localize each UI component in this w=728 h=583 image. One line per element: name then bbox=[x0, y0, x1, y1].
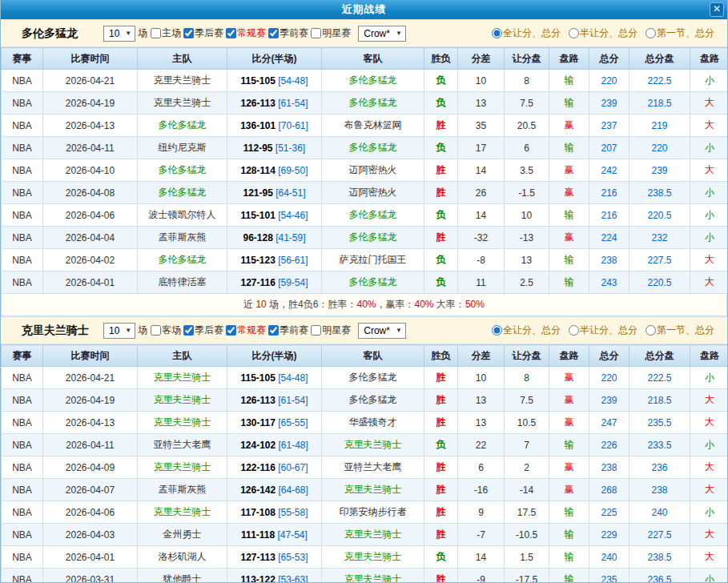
league-cell: NBA bbox=[2, 70, 43, 92]
game-row: NBA2026-04-06克里夫兰骑士117-108 [55-58]印第安纳步行… bbox=[2, 501, 728, 524]
radio-input[interactable] bbox=[492, 28, 502, 38]
odds-type-radios: 全让分、总分半让分、总分第一节、总分 bbox=[484, 324, 719, 337]
total-line-cell: 236 bbox=[629, 456, 690, 479]
radio-input[interactable] bbox=[646, 325, 656, 336]
score-cell: 115-123 [56-61] bbox=[227, 249, 322, 271]
away-team-cell: 布鲁克林篮网 bbox=[322, 115, 424, 137]
date-cell: 2026-04-07 bbox=[43, 479, 138, 501]
checkbox-input[interactable] bbox=[183, 28, 194, 38]
checkbox-label: 客场 bbox=[162, 324, 181, 337]
filter-checkbox[interactable]: 季后赛 bbox=[183, 324, 223, 337]
column-header: 盘路 bbox=[549, 48, 589, 70]
handicap-cell: 10.5 bbox=[505, 412, 549, 434]
checkbox-input[interactable] bbox=[268, 28, 279, 38]
date-cell: 2026-04-09 bbox=[43, 456, 138, 479]
home-team-cell: 亚特兰大老鹰 bbox=[138, 434, 227, 456]
score-cell: 115-105 [54-48] bbox=[227, 70, 322, 92]
handicap-cell: -1.5 bbox=[505, 182, 549, 204]
team-section-cavaliers: 克里夫兰骑士 10 ▼ 场 客场季后赛常规赛季前赛明星赛 Crow* ▼ 全让分… bbox=[1, 316, 727, 583]
checkbox-input[interactable] bbox=[226, 325, 236, 336]
checkbox-input[interactable] bbox=[311, 325, 321, 336]
company-select[interactable]: Crow* ▼ bbox=[358, 323, 406, 339]
handicap-cell: -10.5 bbox=[505, 524, 549, 546]
ou-cell: 小 bbox=[690, 182, 728, 204]
filter-checkbox[interactable]: 季前赛 bbox=[268, 324, 308, 337]
total-cell: 239 bbox=[589, 92, 629, 115]
total-cell: 240 bbox=[589, 546, 629, 569]
diff-cell: 13 bbox=[458, 412, 505, 434]
radio-input[interactable] bbox=[492, 325, 502, 336]
result-cell: 负 bbox=[424, 546, 458, 569]
result-cell: 胜 bbox=[424, 412, 458, 434]
score-cell: 113-122 [53-63] bbox=[227, 569, 322, 583]
odds-type-radio[interactable]: 第一节、总分 bbox=[646, 324, 714, 337]
ou-cell: 大 bbox=[690, 524, 728, 546]
total-line-cell: 220.5 bbox=[629, 271, 690, 294]
result-cell: 胜 bbox=[424, 115, 458, 137]
diff-cell: -7 bbox=[458, 524, 505, 546]
column-header: 总分 bbox=[589, 48, 629, 70]
filter-checkbox[interactable]: 明星赛 bbox=[311, 324, 351, 337]
filter-checkbox[interactable]: 季前赛 bbox=[268, 26, 308, 40]
filter-checkbox[interactable]: 常规赛 bbox=[226, 324, 266, 337]
odds-type-radio[interactable]: 半让分、总分 bbox=[569, 324, 638, 337]
away-team-cell: 克里夫兰骑士 bbox=[322, 569, 424, 583]
column-header: 主队 bbox=[138, 345, 227, 367]
handicap-cell: 3.5 bbox=[505, 159, 549, 182]
summary-row: 近 10 场，胜4负6：胜率：40%，赢率：40% 大率：50% bbox=[1, 294, 727, 316]
filter-checkbox[interactable]: 季后赛 bbox=[183, 26, 223, 40]
close-button[interactable]: ✕ bbox=[710, 2, 724, 17]
filter-checkbox[interactable]: 主场 bbox=[151, 26, 181, 40]
filter-checkbox[interactable]: 常规赛 bbox=[226, 26, 266, 40]
ou-cell: 小 bbox=[690, 569, 728, 583]
home-team-cell: 多伦多猛龙 bbox=[138, 159, 227, 182]
chevron-down-icon: ▼ bbox=[125, 327, 131, 334]
total-cell: 237 bbox=[589, 115, 629, 137]
select-value: Crow* bbox=[364, 28, 390, 39]
games-table-body: NBA2026-04-21克里夫兰骑士115-105 [54-48]多伦多猛龙负… bbox=[2, 70, 728, 294]
league-cell: NBA bbox=[2, 479, 43, 501]
handicap-result-cell: 赢 bbox=[549, 367, 589, 389]
handicap-cell: 6 bbox=[505, 137, 549, 159]
odds-type-radio[interactable]: 全让分、总分 bbox=[492, 324, 561, 337]
radio-label: 全让分、总分 bbox=[503, 26, 561, 40]
total-line-cell: 238 bbox=[629, 479, 690, 501]
radio-input[interactable] bbox=[646, 28, 656, 38]
handicap-cell: 7.5 bbox=[505, 92, 549, 115]
ou-cell: 大 bbox=[690, 115, 728, 137]
games-count-select[interactable]: 10 ▼ bbox=[103, 323, 135, 339]
checkbox-input[interactable] bbox=[268, 325, 279, 336]
handicap-cell: 8 bbox=[505, 367, 549, 389]
filter-checkbox[interactable]: 明星赛 bbox=[311, 26, 351, 40]
diff-cell: -9 bbox=[458, 569, 505, 583]
total-cell: 238 bbox=[589, 456, 629, 479]
odds-type-radio[interactable]: 半让分、总分 bbox=[569, 26, 638, 40]
home-team-cell: 克里夫兰骑士 bbox=[138, 70, 227, 92]
home-team-cell: 多伦多猛龙 bbox=[138, 115, 227, 137]
column-header: 总分盘 bbox=[629, 345, 690, 367]
section-header: 克里夫兰骑士 10 ▼ 场 客场季后赛常规赛季前赛明星赛 Crow* ▼ 全让分… bbox=[1, 316, 727, 344]
radio-input[interactable] bbox=[569, 28, 579, 38]
home-team-cell: 洛杉矶湖人 bbox=[138, 546, 227, 569]
odds-type-radio[interactable]: 第一节、总分 bbox=[646, 26, 714, 40]
result-cell: 负 bbox=[424, 70, 458, 92]
games-count-select[interactable]: 10 ▼ bbox=[103, 26, 135, 42]
date-cell: 2026-04-01 bbox=[43, 546, 138, 569]
checkbox-input[interactable] bbox=[183, 325, 194, 336]
checkbox-input[interactable] bbox=[151, 325, 161, 336]
checkbox-input[interactable] bbox=[151, 28, 161, 38]
ou-cell: 小 bbox=[690, 204, 728, 227]
radio-input[interactable] bbox=[569, 325, 579, 336]
odds-type-radio[interactable]: 全让分、总分 bbox=[492, 26, 561, 40]
diff-cell: 22 bbox=[458, 434, 505, 456]
checkbox-input[interactable] bbox=[311, 28, 321, 38]
diff-cell: -16 bbox=[458, 479, 505, 501]
total-cell: 238 bbox=[589, 249, 629, 271]
company-select[interactable]: Crow* ▼ bbox=[358, 26, 406, 42]
checkbox-input[interactable] bbox=[226, 28, 236, 38]
column-header: 分差 bbox=[458, 48, 505, 70]
filter-checkbox[interactable]: 客场 bbox=[151, 324, 181, 337]
handicap-result-cell: 输 bbox=[549, 501, 589, 524]
total-line-cell: 227.5 bbox=[629, 524, 690, 546]
total-cell: 239 bbox=[589, 389, 629, 412]
